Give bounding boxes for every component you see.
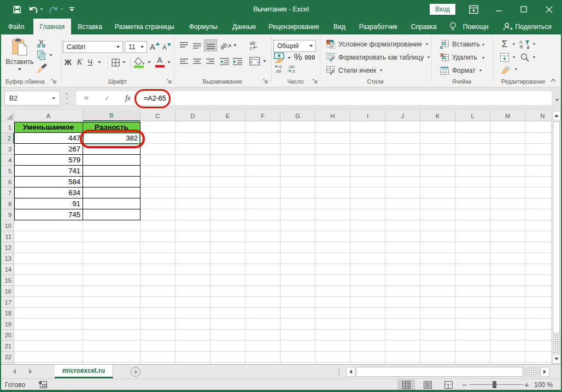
cell-L17[interactable]: [455, 297, 490, 308]
share-button[interactable]: Поделиться: [499, 19, 555, 34]
cell-F17[interactable]: [245, 297, 280, 308]
cell-L10[interactable]: [455, 220, 490, 231]
cell-D5[interactable]: [175, 166, 210, 177]
cell-J21[interactable]: [385, 341, 420, 352]
cell-C21[interactable]: [140, 341, 175, 352]
cell-B6[interactable]: [83, 177, 140, 188]
copy-dropdown-icon[interactable]: [49, 54, 52, 56]
cell-J20[interactable]: [385, 330, 420, 341]
cell-D7[interactable]: [175, 188, 210, 198]
tab-insert[interactable]: Вставка: [71, 19, 109, 34]
borders-dropdown-icon[interactable]: [122, 61, 125, 63]
row-header-4[interactable]: 4: [0, 155, 14, 166]
cell-D16[interactable]: [175, 286, 210, 297]
cell-E13[interactable]: [210, 253, 245, 264]
enter-formula-icon[interactable]: ✓: [97, 94, 118, 102]
font-dialog-launcher-icon[interactable]: [167, 79, 172, 84]
cell-J11[interactable]: [385, 231, 420, 242]
cell-J22[interactable]: [385, 352, 420, 362]
cell-M17[interactable]: [490, 297, 525, 308]
wrap-text-button[interactable]: abc: [248, 39, 261, 52]
cell-M9[interactable]: [490, 209, 525, 220]
cell-B15[interactable]: [83, 275, 140, 286]
cell-M15[interactable]: [490, 275, 525, 286]
cell-A20[interactable]: [14, 330, 83, 341]
cell-D4[interactable]: [175, 155, 210, 166]
decrease-indent-button[interactable]: [219, 56, 230, 66]
cell-C4[interactable]: [140, 155, 175, 166]
format-painter-button[interactable]: [36, 62, 48, 73]
cell-F18[interactable]: [245, 308, 280, 319]
cell-E4[interactable]: [210, 155, 245, 166]
cell-K8[interactable]: [420, 198, 455, 209]
cell-A6[interactable]: 584: [14, 177, 83, 188]
cell-A15[interactable]: [14, 275, 83, 286]
cell-B13[interactable]: [83, 253, 140, 264]
cell-E19[interactable]: [210, 319, 245, 330]
sheet-nav-left-icon[interactable]: [12, 368, 16, 376]
cell-G13[interactable]: [280, 253, 315, 264]
font-size-combobox[interactable]: 11: [125, 41, 147, 53]
cell-M7[interactable]: [490, 188, 525, 198]
cell-L4[interactable]: [455, 155, 490, 166]
cell-K17[interactable]: [420, 297, 455, 308]
splitter-dots[interactable]: [338, 368, 340, 376]
cell-B4[interactable]: [83, 155, 140, 166]
cell-E6[interactable]: [210, 177, 245, 188]
cell-G14[interactable]: [280, 264, 315, 275]
bold-button[interactable]: Ж: [65, 58, 72, 67]
cell-C12[interactable]: [140, 242, 175, 253]
row-header-6[interactable]: 6: [0, 177, 14, 188]
cell-I21[interactable]: [350, 341, 385, 352]
cell-J6[interactable]: [385, 177, 420, 188]
cell-F8[interactable]: [245, 198, 280, 209]
cell-D8[interactable]: [175, 198, 210, 209]
underline-dropdown-icon[interactable]: [98, 61, 101, 63]
sign-in-button[interactable]: Вход: [430, 4, 455, 15]
cell-A11[interactable]: [14, 231, 83, 242]
cell-D15[interactable]: [175, 275, 210, 286]
tell-me-box[interactable]: Помощн: [444, 19, 494, 34]
cell-M8[interactable]: [490, 198, 525, 209]
cell-D2[interactable]: [175, 133, 210, 144]
cell-J8[interactable]: [385, 198, 420, 209]
number-dialog-launcher-icon[interactable]: [313, 79, 318, 84]
sheet-tab-microexcel[interactable]: microexcel.ru: [55, 365, 113, 378]
tab-home[interactable]: Главная: [33, 19, 72, 34]
cell-H16[interactable]: [315, 286, 350, 297]
cell-K20[interactable]: [420, 330, 455, 341]
cell-H6[interactable]: [315, 177, 350, 188]
cell-B7[interactable]: [83, 188, 140, 198]
cell-F11[interactable]: [245, 231, 280, 242]
collapse-ribbon-button[interactable]: [549, 77, 557, 84]
cell-I11[interactable]: [350, 231, 385, 242]
row-header-3[interactable]: 3: [0, 144, 14, 155]
column-header-L[interactable]: L: [455, 110, 490, 121]
cell-D19[interactable]: [175, 319, 210, 330]
shrink-font-button[interactable]: А: [161, 42, 172, 53]
cell-C8[interactable]: [140, 198, 175, 209]
column-header-A[interactable]: A: [14, 110, 83, 121]
hscroll-right-icon[interactable]: [540, 367, 549, 377]
clear-button[interactable]: [501, 66, 511, 74]
cell-A4[interactable]: 579: [14, 155, 83, 166]
zoom-slider-track[interactable]: [469, 384, 524, 385]
cell-G17[interactable]: [280, 297, 315, 308]
cell-N3[interactable]: [525, 144, 551, 155]
cell-D1[interactable]: [175, 122, 210, 133]
tab-view[interactable]: Вид: [327, 19, 352, 34]
grow-font-button[interactable]: А: [149, 41, 160, 53]
tab-file[interactable]: Файл: [2, 19, 31, 34]
cell-F10[interactable]: [245, 220, 280, 231]
cell-N8[interactable]: [525, 198, 551, 209]
format-as-table-button[interactable]: Форматировать как таблицу: [326, 53, 430, 62]
cell-N12[interactable]: [525, 242, 551, 253]
cell-I15[interactable]: [350, 275, 385, 286]
row-header-10[interactable]: 10: [0, 220, 14, 231]
cell-F15[interactable]: [245, 275, 280, 286]
cell-G18[interactable]: [280, 308, 315, 319]
zoom-out-button[interactable]: −: [462, 379, 467, 390]
cell-M14[interactable]: [490, 264, 525, 275]
cell-L15[interactable]: [455, 275, 490, 286]
cell-D21[interactable]: [175, 341, 210, 352]
